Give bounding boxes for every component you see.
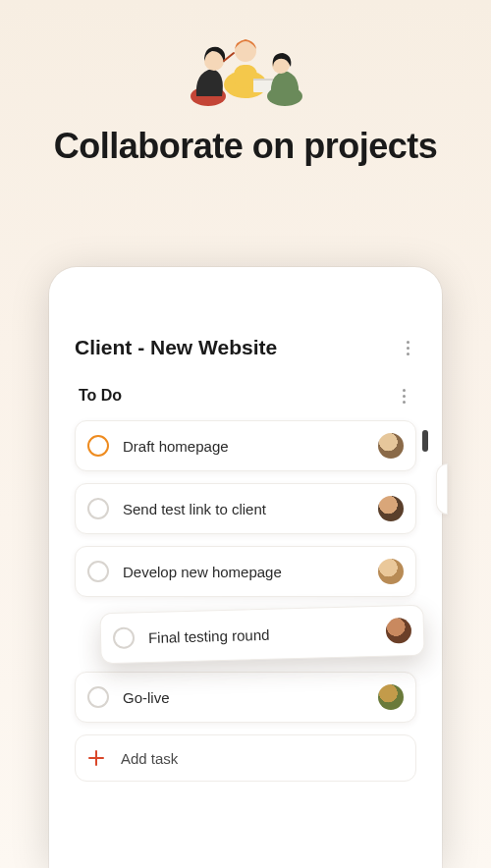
page-headline: Collaborate on projects bbox=[0, 126, 491, 166]
next-column-peek-card[interactable] bbox=[436, 463, 448, 515]
task-checkbox-icon[interactable] bbox=[87, 498, 109, 519]
task-checkbox-icon[interactable] bbox=[87, 561, 109, 582]
svg-line-9 bbox=[224, 53, 234, 61]
column-more-icon[interactable] bbox=[395, 387, 412, 405]
project-title: Client - New Website bbox=[75, 336, 277, 359]
project-more-icon[interactable] bbox=[399, 339, 416, 356]
task-card-dragging[interactable]: Final testing round bbox=[99, 605, 424, 665]
task-list: Draft homepage Send test link to client … bbox=[75, 420, 416, 782]
task-card[interactable]: Send test link to client bbox=[75, 483, 416, 534]
project-header: Client - New Website bbox=[75, 336, 416, 359]
app-preview-frame: Client - New Website To Do Draft homepag… bbox=[49, 267, 442, 868]
assignee-avatar[interactable] bbox=[378, 684, 404, 710]
task-label: Final testing round bbox=[148, 623, 378, 645]
column-title: To Do bbox=[79, 387, 122, 405]
assignee-avatar[interactable] bbox=[378, 433, 404, 459]
task-card[interactable]: Develop new homepage bbox=[75, 546, 416, 597]
task-label: Send test link to client bbox=[123, 501, 370, 517]
task-label: Develop new homepage bbox=[123, 564, 370, 580]
assignee-avatar[interactable] bbox=[378, 496, 404, 521]
task-checkbox-icon[interactable] bbox=[87, 686, 109, 708]
task-checkbox-icon[interactable] bbox=[87, 435, 109, 457]
hero-illustration bbox=[167, 18, 324, 116]
task-label: Draft homepage bbox=[123, 438, 370, 455]
svg-rect-4 bbox=[253, 79, 275, 81]
task-checkbox-icon[interactable] bbox=[113, 626, 136, 649]
plus-icon bbox=[87, 749, 105, 767]
assignee-avatar[interactable] bbox=[386, 618, 412, 644]
add-task-label: Add task bbox=[121, 750, 178, 767]
task-card[interactable]: Go-live bbox=[75, 672, 416, 723]
column-header: To Do bbox=[75, 387, 416, 405]
task-label: Go-live bbox=[123, 689, 370, 706]
add-task-button[interactable]: Add task bbox=[75, 734, 416, 782]
task-card[interactable]: Draft homepage bbox=[75, 420, 416, 471]
assignee-avatar[interactable] bbox=[378, 559, 404, 584]
next-column-peek-label bbox=[422, 430, 428, 452]
